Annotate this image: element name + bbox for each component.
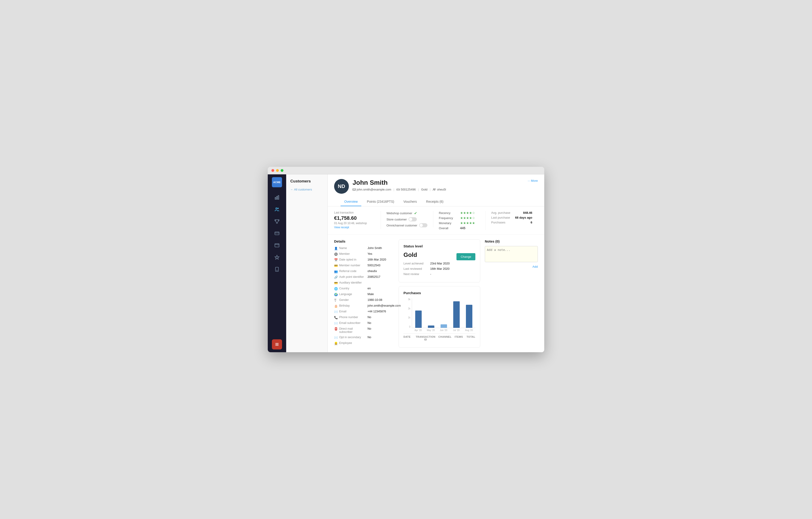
stat-rfm: Recency ★★★★☆ Frequency ★★★★☆ Monetary ★…: [433, 211, 486, 230]
sidebar-item-chart[interactable]: [272, 192, 282, 203]
stat-channels: Webshop customer ✔ Store customer Omnich…: [381, 211, 433, 227]
rfm-overall: Overall 445: [439, 226, 480, 230]
detail-referral: 👥 Referral code oheu6x: [334, 270, 394, 273]
detail-phone: 📞 Phone number No: [334, 315, 394, 319]
email-sub-icon: ✉️: [334, 322, 337, 325]
aux-icon: 💳: [334, 281, 337, 285]
notes-input[interactable]: [485, 246, 538, 262]
mail-icon: 📮: [334, 327, 337, 331]
last-transaction-value: €1,758.60: [334, 215, 375, 221]
svg-rect-7: [275, 244, 279, 247]
close-button[interactable]: [271, 169, 274, 172]
status-content: Gold Level achieved 23rd Mar 2020 Last r…: [403, 251, 450, 278]
purchases-count: Purchases 6: [491, 221, 532, 224]
customer-tier: Gold: [421, 188, 428, 191]
svg-point-4: [278, 208, 279, 209]
purchases-section: Purchases 3k 2k 1k 0: [399, 286, 480, 347]
sidebar-item-trophy[interactable]: [272, 216, 282, 226]
bar-may-fill: [428, 326, 434, 328]
sidebar: ACME: [268, 174, 286, 352]
svg-rect-0: [275, 197, 276, 199]
overall-score: 445: [460, 226, 465, 230]
tabs: Overview Points (23416PTS) Vouchers Rece…: [334, 197, 538, 206]
name-icon: 👤: [334, 247, 337, 250]
x-label-jun: Jun '20: [437, 329, 450, 332]
svg-point-9: [277, 270, 277, 271]
minimize-button[interactable]: [276, 169, 279, 172]
gold-label: Gold: [403, 251, 450, 258]
customer-header: ··· More ND John Smith john.smith@exampl…: [328, 174, 544, 206]
rfm-recency: Recency ★★★★☆: [439, 211, 480, 215]
bar-jun-fill: [440, 324, 447, 328]
omnichannel-label: Omnichannel customer: [386, 224, 417, 227]
nav-title: Customers: [286, 179, 327, 186]
store-toggle[interactable]: [409, 217, 417, 221]
omnichannel-toggle[interactable]: [419, 223, 428, 227]
detail-member: 🔘 Member Yes: [334, 252, 394, 256]
tab-receipts[interactable]: Receipts (6): [423, 197, 447, 206]
bar-aug: [463, 305, 475, 328]
sidebar-item-customers[interactable]: [272, 204, 282, 214]
last-transaction-date: 01 Aug 20 10:48, webshop: [334, 222, 375, 225]
level-achieved-row: Level achieved 23rd Mar 2020: [403, 262, 450, 265]
x-label-may: May '20: [425, 329, 437, 332]
detail-opt-secondary: ✉️ Opt in secondary No: [334, 336, 394, 339]
detail-language: 🌍 Language Male: [334, 293, 394, 296]
detail-auth: 🔗 Auth point identifier 20852517: [334, 275, 394, 279]
details-section: Details 👤 Name John Smith 🔘 Member Yes 📅…: [334, 239, 394, 347]
x-label-apr: Apr '20: [412, 329, 425, 332]
employee-icon: 👷: [334, 342, 337, 345]
view-receipt-link[interactable]: View receipt: [334, 226, 375, 229]
bar-aug-fill: [466, 305, 472, 328]
webshop-label: Webshop customer: [386, 211, 412, 215]
right-panels: Status level Gold Level achieved 23rd Ma…: [399, 239, 480, 347]
next-review-row: Next review -: [403, 272, 450, 276]
main-body: Details 👤 Name John Smith 🔘 Member Yes 📅…: [328, 235, 544, 352]
details-title: Details: [334, 239, 394, 243]
customer-header-top: ND John Smith john.smith@example.com |: [334, 179, 538, 194]
more-button[interactable]: ··· More: [528, 179, 538, 182]
tab-vouchers[interactable]: Vouchers: [400, 197, 420, 206]
sidebar-bottom-menu[interactable]: [272, 339, 282, 349]
stat-last-transaction: Last transaction €1,758.60 01 Aug 20 10:…: [334, 211, 381, 229]
sidebar-item-wallet[interactable]: [272, 240, 282, 250]
svg-rect-5: [275, 232, 279, 235]
last-transaction-label: Last transaction: [334, 211, 375, 214]
all-customers-link[interactable]: ← All customers: [286, 186, 327, 192]
detail-name: 👤 Name John Smith: [334, 246, 394, 250]
avatar: ND: [334, 179, 349, 194]
last-reviewed-row: Last reviewed 16th Mar 2020: [403, 267, 450, 270]
sidebar-item-phone[interactable]: [272, 264, 282, 274]
detail-gender: ⚧ Gender 1980-10-08: [334, 298, 394, 302]
svg-point-16: [433, 188, 435, 190]
bar-apr-fill: [415, 310, 422, 328]
opt-icon: ✉️: [334, 336, 337, 339]
change-status-button[interactable]: Change: [457, 253, 475, 260]
sidebar-item-card[interactable]: [272, 228, 282, 238]
add-note-button[interactable]: Add: [532, 264, 538, 269]
store-label: Store customer: [386, 218, 407, 221]
customer-username: oheu5l: [433, 188, 446, 191]
last-purchase: Last purchase 68 days ago: [491, 216, 532, 219]
sidebar-item-sparkle[interactable]: [272, 252, 282, 263]
email-icon: ✉️: [334, 310, 337, 313]
table-header: DATE TRANSACTION ID CHANNEL ITEMS TOTAL: [403, 333, 475, 343]
bar-jun: [437, 324, 450, 328]
tab-overview[interactable]: Overview: [341, 197, 361, 206]
member-icon: 🔘: [334, 252, 337, 256]
rfm-monetary: Monetary ★★★★★: [439, 221, 480, 225]
maximize-button[interactable]: [281, 169, 283, 172]
app-body: ACME: [268, 174, 544, 352]
svg-point-17: [435, 188, 436, 189]
detail-birthday: 🎂 Birthday john.smith@example.com: [334, 304, 394, 308]
tab-points[interactable]: Points (23416PTS): [363, 197, 398, 206]
detail-country: 🌐 Country en: [334, 287, 394, 291]
notes-section: Notes (0) Add: [485, 239, 538, 347]
logo: ACME: [272, 177, 282, 187]
th-date: DATE: [403, 335, 414, 341]
notes-title: Notes (0): [485, 239, 538, 243]
detail-email: ✉️ Email +44 12345876: [334, 310, 394, 313]
detail-direct-mail: 📮 Direct mail subscriber No: [334, 327, 394, 334]
th-channel: CHANNEL: [437, 335, 453, 341]
main-content: ··· More ND John Smith john.smith@exampl…: [328, 174, 544, 352]
